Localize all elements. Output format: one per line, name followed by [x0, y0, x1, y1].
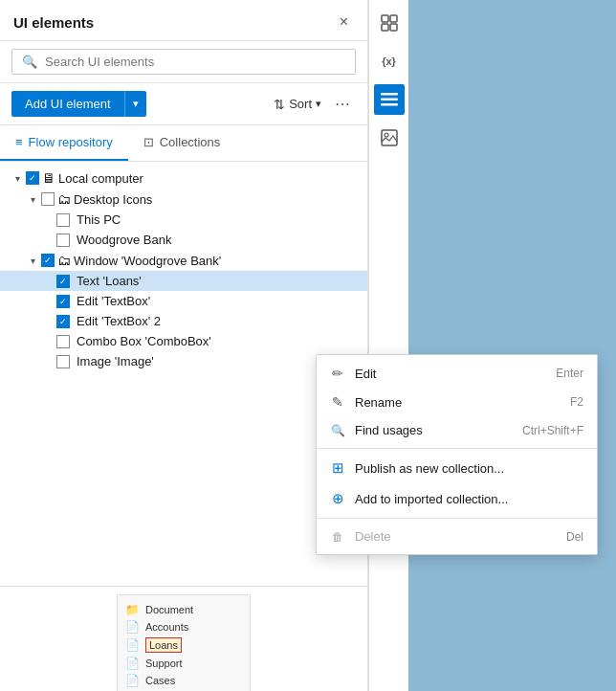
tree-item-edit-textbox-2[interactable]: ✓ Edit 'TextBox' 2: [0, 311, 367, 331]
tree-label: This PC: [77, 212, 121, 227]
checkbox-desktop[interactable]: [41, 192, 55, 206]
page-icon: 📄: [125, 620, 140, 634]
page-icon: 📄: [125, 674, 140, 687]
ctx-label-add-imported: Add to imported collection...: [355, 492, 583, 506]
ui-elements-panel: UI elements × 🔍 Add UI element ▾ ⇅ Sort …: [0, 0, 368, 691]
ctx-shortcut-rename: F2: [570, 395, 583, 409]
page-icon: 📄: [125, 657, 140, 670]
sidebar-layers-button[interactable]: [374, 84, 405, 115]
thumb-label: Accounts: [145, 621, 188, 633]
tree-item-combo-box[interactable]: Combo Box 'ComboBox': [0, 331, 367, 351]
tree-item-image[interactable]: Image 'Image': [0, 351, 367, 371]
collection-icon: ⊡: [143, 135, 154, 149]
find-icon: 🔍: [330, 424, 345, 437]
tree-item-desktop-icons[interactable]: ▾ 🗂 Desktop Icons: [0, 189, 367, 210]
flow-repository-label: Flow repository: [29, 135, 113, 149]
ctx-label-find: Find usages: [355, 423, 513, 437]
add-collection-icon: ⊕: [330, 490, 345, 507]
collections-label: Collections: [160, 135, 221, 149]
publish-icon: ⊞: [330, 459, 345, 477]
checkbox-combo[interactable]: [56, 335, 70, 348]
tree-label: Desktop Icons: [74, 192, 152, 207]
sidebar-images-button[interactable]: [374, 123, 405, 153]
tab-flow-repository[interactable]: ≡ Flow repository: [0, 125, 128, 161]
checkbox-this-pc[interactable]: [56, 213, 70, 227]
search-icon: 🔍: [22, 55, 37, 69]
panel-header: UI elements ×: [0, 0, 367, 41]
sort-label: Sort: [289, 97, 312, 111]
tree-item-edit-textbox[interactable]: ✓ Edit 'TextBox': [0, 291, 367, 311]
tree-item-this-pc[interactable]: This PC: [0, 210, 367, 230]
page-icon: 📄: [125, 638, 140, 652]
checkbox-edit-textbox-2[interactable]: ✓: [56, 315, 70, 328]
tabs: ≡ Flow repository ⊡ Collections: [0, 125, 367, 162]
svg-rect-6: [381, 103, 398, 106]
thumbnail-area: 📁 Document 📄 Accounts 📄 Loans 📄 Support …: [0, 586, 367, 691]
sidebar-ui-elements-button[interactable]: [374, 8, 405, 38]
svg-rect-2: [382, 24, 388, 31]
thumb-row-accounts: 📄 Accounts: [125, 618, 242, 635]
thumb-label-loans: Loans: [145, 637, 182, 653]
checkbox-local[interactable]: ✓: [26, 171, 39, 185]
add-button-group: Add UI element ▾: [11, 91, 146, 117]
context-menu-delete[interactable]: 🗑 Delete Del: [317, 523, 597, 550]
folder-icon: 📁: [125, 603, 140, 616]
add-ui-element-button[interactable]: Add UI element: [11, 91, 124, 117]
context-menu-edit[interactable]: ✏ Edit Enter: [317, 359, 597, 388]
tree-area: ▾ ✓ 🖥 Local computer ▾ 🗂 Desktop Icons T…: [0, 162, 367, 586]
search-input-wrap: 🔍: [11, 49, 356, 75]
ctx-divider-1: [317, 448, 597, 449]
checkbox-edit-textbox[interactable]: ✓: [56, 295, 70, 308]
ctx-label-rename: Rename: [355, 395, 561, 410]
thumb-label: Support: [145, 658, 183, 669]
chevron-icon: ▾: [11, 173, 23, 184]
edit-icon: ✏: [330, 366, 345, 381]
context-menu-add-imported[interactable]: ⊕ Add to imported collection...: [317, 483, 597, 514]
thumb-row-cases: 📄 Cases: [125, 672, 242, 689]
thumbnail-preview: 📁 Document 📄 Accounts 📄 Loans 📄 Support …: [117, 594, 251, 691]
tab-collections[interactable]: ⊡ Collections: [128, 125, 236, 161]
ctx-shortcut-edit: Enter: [556, 367, 583, 380]
context-menu-find-usages[interactable]: 🔍 Find usages Ctrl+Shift+F: [317, 416, 597, 444]
checkbox-window[interactable]: ✓: [41, 254, 55, 267]
search-input[interactable]: [45, 55, 345, 69]
tree-label: Woodgrove Bank: [77, 233, 172, 247]
checkbox-woodgrove[interactable]: [56, 234, 70, 247]
layers-icon: ≡: [15, 135, 23, 149]
tree-item-local-computer[interactable]: ▾ ✓ 🖥 Local computer: [0, 167, 367, 189]
thumb-label: Cases: [145, 675, 175, 686]
thumb-label: Document: [145, 604, 193, 615]
toolbar: Add UI element ▾ ⇅ Sort ▾ ⋯: [0, 83, 367, 125]
add-button-caret[interactable]: ▾: [124, 91, 146, 117]
sort-button[interactable]: ⇅ Sort ▾: [274, 97, 321, 112]
tree-label: Text 'Loans': [77, 274, 142, 288]
chevron-icon: ▾: [27, 194, 38, 205]
tree-label: Image 'Image': [77, 354, 154, 368]
search-bar: 🔍: [0, 41, 367, 83]
svg-rect-4: [381, 93, 398, 96]
tree-item-woodgrove-bank[interactable]: Woodgrove Bank: [0, 230, 367, 250]
svg-point-8: [385, 133, 388, 137]
folder-icon: 🗂: [57, 253, 71, 268]
right-panel: [408, 0, 616, 691]
context-menu-publish[interactable]: ⊞ Publish as new collection...: [317, 453, 597, 483]
checkbox-text-loans[interactable]: ✓: [56, 275, 70, 288]
tree-item-text-loans[interactable]: ✓ Text 'Loans': [0, 271, 367, 291]
context-menu-rename[interactable]: ✎ Rename F2: [317, 388, 597, 416]
tree-item-window-woodgrove[interactable]: ▾ ✓ 🗂 Window 'Woodgrove Bank': [0, 250, 367, 271]
close-button[interactable]: ×: [334, 11, 354, 33]
ctx-label-publish: Publish as new collection...: [355, 461, 583, 476]
tree-label: Edit 'TextBox': [77, 294, 150, 308]
thumb-row-document: 📁 Document: [125, 601, 242, 618]
checkbox-image[interactable]: [56, 355, 70, 368]
tree-label: Local computer: [58, 171, 143, 186]
more-options-button[interactable]: ⋯: [329, 93, 356, 115]
ctx-shortcut-find: Ctrl+Shift+F: [522, 424, 583, 437]
sidebar-variables-button[interactable]: {x}: [374, 46, 405, 77]
svg-rect-0: [382, 15, 388, 22]
svg-rect-5: [381, 99, 398, 101]
rename-icon: ✎: [330, 394, 345, 410]
svg-rect-3: [390, 24, 397, 31]
sidebar-icons: {x}: [368, 0, 408, 691]
chevron-icon: ▾: [27, 256, 38, 266]
